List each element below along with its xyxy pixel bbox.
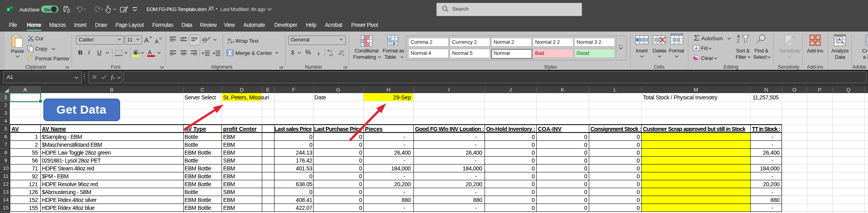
svg-text:0: 0 <box>342 53 344 56</box>
svg-text:X: X <box>7 7 10 11</box>
svg-text:.00: .00 <box>329 53 333 56</box>
